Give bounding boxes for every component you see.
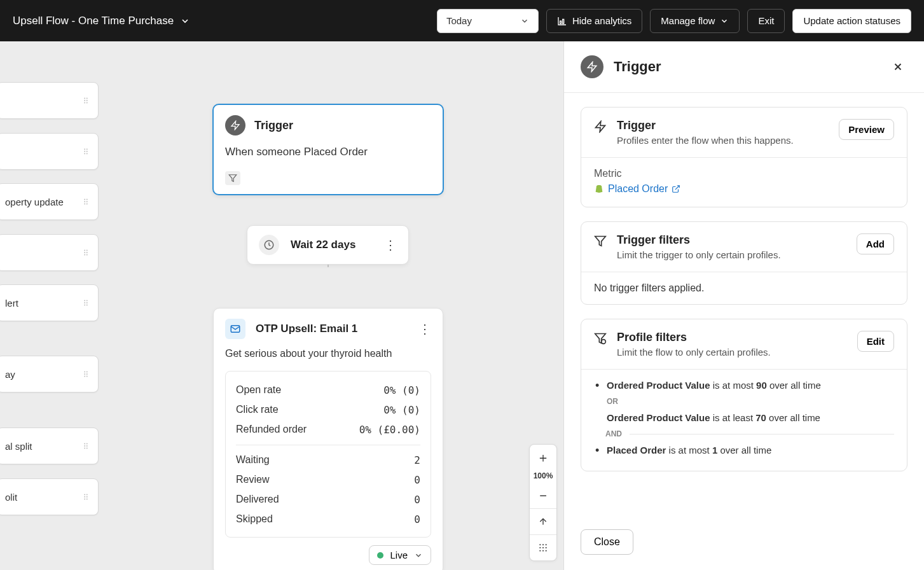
drag-handle-icon[interactable] xyxy=(81,370,90,379)
svg-point-62 xyxy=(542,550,544,552)
svg-point-16 xyxy=(84,201,85,202)
stat-row: Review0 xyxy=(236,470,420,490)
drag-handle-icon[interactable] xyxy=(81,441,90,450)
svg-point-45 xyxy=(86,494,88,496)
flow-name-dropdown[interactable]: Upsell Flow - One Time Purchase xyxy=(13,15,190,27)
palette-label: olit xyxy=(5,492,17,503)
palette-card[interactable]: olit xyxy=(0,478,99,515)
stat-label: Review xyxy=(236,474,269,486)
stat-row: Refunded order0% (£0.00) xyxy=(236,420,420,440)
update-action-statuses-label: Update action statuses xyxy=(803,15,900,26)
wait-card-title: Wait 22 days xyxy=(291,239,373,251)
filter-rule: Ordered Product Value is at most 90 over… xyxy=(595,380,894,423)
svg-point-19 xyxy=(86,204,88,205)
palette-card[interactable]: al split xyxy=(0,428,99,464)
zoom-in-button[interactable]: ＋ xyxy=(530,445,556,470)
palette-card[interactable] xyxy=(0,82,99,119)
shopify-icon xyxy=(594,184,604,194)
svg-point-34 xyxy=(84,373,85,375)
svg-point-55 xyxy=(539,544,541,545)
wait-card-menu-button[interactable]: ⋮ xyxy=(384,239,397,251)
panel-title: Trigger xyxy=(614,59,878,75)
drag-handle-icon[interactable] xyxy=(81,248,90,257)
stat-row: Click rate0% (0) xyxy=(236,400,420,420)
drag-handle-icon[interactable] xyxy=(81,96,90,105)
panel-close-button[interactable] xyxy=(888,57,907,76)
palette-card[interactable]: operty update xyxy=(0,183,99,220)
palette-card[interactable]: ay xyxy=(0,356,99,393)
svg-point-22 xyxy=(84,252,85,253)
chevron-down-icon xyxy=(414,551,423,560)
panel-close-footer-button[interactable]: Close xyxy=(581,529,633,555)
date-range-value: Today xyxy=(446,15,472,26)
top-bar: Upsell Flow - One Time Purchase Today Hi… xyxy=(0,0,924,41)
metric-link-text: Placed Order xyxy=(608,183,668,195)
svg-point-47 xyxy=(86,496,88,497)
email-icon xyxy=(225,319,245,339)
svg-marker-51 xyxy=(229,175,237,182)
stat-value: 0% (0) xyxy=(383,404,420,416)
stat-value: 0 xyxy=(414,513,420,525)
svg-marker-50 xyxy=(231,121,239,129)
palette-card[interactable] xyxy=(0,133,99,170)
svg-point-15 xyxy=(86,199,88,200)
update-action-statuses-button[interactable]: Update action statuses xyxy=(792,9,911,33)
svg-rect-1 xyxy=(563,19,564,24)
date-range-select[interactable]: Today xyxy=(437,9,539,33)
svg-point-36 xyxy=(84,376,85,377)
svg-line-68 xyxy=(675,186,679,190)
svg-point-3 xyxy=(86,98,88,99)
trigger-card-description: When someone Placed Order xyxy=(225,146,431,158)
trigger-card[interactable]: Trigger When someone Placed Order xyxy=(212,104,444,195)
hide-analytics-button[interactable]: Hide analytics xyxy=(546,9,642,33)
zoom-fit-button[interactable] xyxy=(530,509,556,534)
svg-point-61 xyxy=(539,550,541,552)
palette-card[interactable]: lert xyxy=(0,284,99,321)
add-filter-button[interactable]: Add xyxy=(857,233,894,254)
preview-button[interactable]: Preview xyxy=(839,119,894,140)
svg-point-4 xyxy=(84,100,85,101)
email-card-menu-button[interactable]: ⋮ xyxy=(418,323,431,335)
svg-point-57 xyxy=(546,544,547,545)
profile-filter-icon xyxy=(594,331,608,345)
chevron-down-icon xyxy=(520,17,529,25)
drag-handle-icon[interactable] xyxy=(81,197,90,206)
svg-point-49 xyxy=(86,499,88,500)
svg-marker-67 xyxy=(596,122,605,132)
email-status-label: Live xyxy=(390,550,408,560)
email-card-title: OTP Upsell: Email 1 xyxy=(256,323,408,335)
svg-point-6 xyxy=(84,102,85,104)
panel-header: Trigger xyxy=(564,41,924,93)
external-link-icon xyxy=(672,184,680,193)
metric-link[interactable]: Placed Order xyxy=(594,183,680,195)
manage-flow-button[interactable]: Manage flow xyxy=(650,9,740,33)
preview-label: Preview xyxy=(848,124,885,135)
palette-label: ay xyxy=(5,369,15,380)
svg-point-63 xyxy=(546,550,547,552)
email-status-select[interactable]: Live xyxy=(369,545,431,565)
trigger-section: Trigger Profiles enter the flow when thi… xyxy=(581,107,907,207)
palette-card[interactable] xyxy=(0,234,99,271)
stat-value: 0 xyxy=(414,494,420,506)
hide-analytics-label: Hide analytics xyxy=(572,15,631,26)
stat-value: 0 xyxy=(414,474,420,486)
svg-point-21 xyxy=(86,250,88,251)
bolt-icon xyxy=(581,55,603,78)
svg-point-5 xyxy=(86,100,88,101)
svg-point-40 xyxy=(84,445,85,447)
zoom-grid-button[interactable] xyxy=(530,535,556,560)
svg-point-8 xyxy=(84,149,85,150)
edit-filters-button[interactable]: Edit xyxy=(857,331,894,352)
drag-handle-icon[interactable] xyxy=(81,492,90,501)
svg-point-39 xyxy=(86,443,88,445)
trigger-filters-empty: No trigger filters applied. xyxy=(581,272,907,304)
exit-label: Exit xyxy=(758,15,774,26)
zoom-out-button[interactable]: − xyxy=(530,483,556,508)
drag-handle-icon[interactable] xyxy=(81,298,90,307)
wait-card[interactable]: Wait 22 days ⋮ xyxy=(247,225,409,265)
stat-row: Skipped0 xyxy=(236,510,420,529)
drag-handle-icon[interactable] xyxy=(81,147,90,156)
svg-point-37 xyxy=(86,376,88,377)
email-card[interactable]: OTP Upsell: Email 1 ⋮ Get serious about … xyxy=(213,308,443,570)
exit-button[interactable]: Exit xyxy=(747,9,785,33)
